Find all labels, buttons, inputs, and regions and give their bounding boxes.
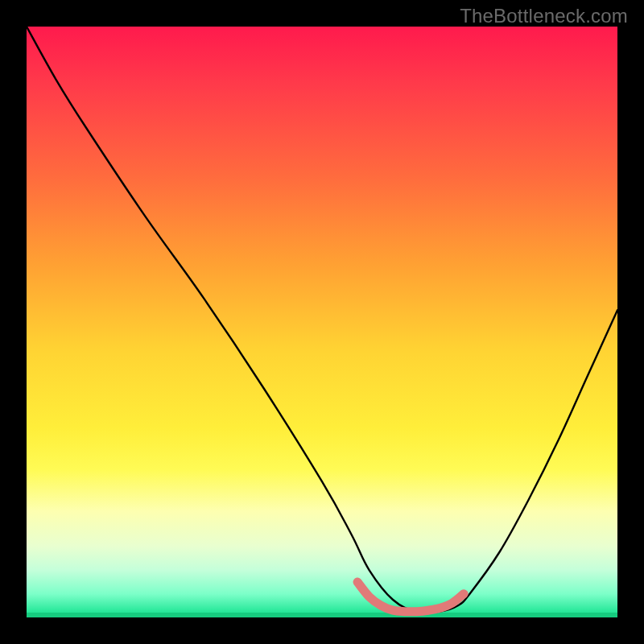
- chart-frame: TheBottleneck.com: [0, 0, 644, 644]
- watermark-text: TheBottleneck.com: [460, 5, 628, 27]
- minimum-highlight: [357, 582, 464, 612]
- bottleneck-curve: [27, 27, 617, 613]
- curve-layer: [27, 27, 617, 617]
- plot-area: [27, 27, 617, 617]
